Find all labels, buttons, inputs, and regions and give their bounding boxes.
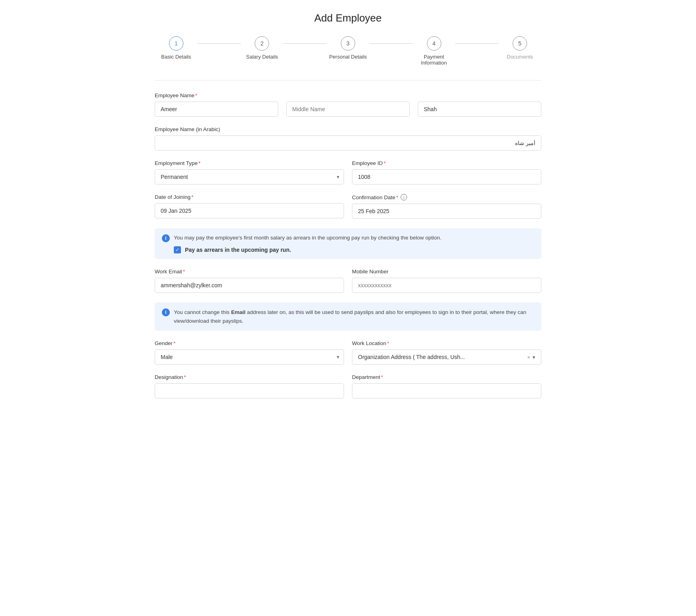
form-section: Employee Name* Employee Name (in Arabic)… (155, 92, 541, 408)
designation-input[interactable] (155, 383, 344, 398)
arrears-checkbox-row: ✓ Pay as arrears in the upcoming pay run… (162, 246, 534, 253)
work-email-input[interactable] (155, 278, 344, 293)
employment-type-select-wrapper: Permanent ▾ (155, 169, 344, 184)
work-location-value: Organization Address ( The address, Ush.… (358, 354, 527, 360)
mobile-number-label: Mobile Number (352, 269, 541, 275)
arrears-checkbox[interactable]: ✓ (174, 246, 181, 253)
work-location-chevron-icon: ▾ (533, 354, 535, 360)
step-connector-1 (198, 43, 241, 44)
arrears-checkbox-label: Pay as arrears in the upcoming pay run. (185, 247, 291, 253)
work-location-group: Work Location* Organization Address ( Th… (352, 340, 541, 365)
arrears-info-text: You may pay the employee's first month s… (174, 234, 441, 242)
date-of-joining-label: Date of Joining* (155, 194, 344, 200)
step-label-3: Personal Details (329, 54, 367, 60)
employee-id-input[interactable] (352, 169, 541, 184)
employment-type-label: Employment Type* (155, 160, 344, 166)
confirmation-date-label: Confirmation Date* i (352, 194, 541, 200)
work-email-label: Work Email* (155, 269, 344, 275)
gender-label: Gender* (155, 340, 344, 346)
step-connector-4 (455, 43, 498, 44)
mobile-number-input[interactable] (352, 278, 541, 293)
employee-id-group: Employee ID* (352, 160, 541, 184)
department-input[interactable] (352, 383, 541, 398)
step-label-5: Documents (507, 54, 533, 60)
step-circle-2: 2 (255, 36, 269, 51)
first-name-input[interactable] (155, 102, 278, 117)
page-title: Add Employee (155, 12, 541, 24)
step-connector-2 (283, 43, 326, 44)
email-mobile-row: Work Email* Mobile Number (155, 269, 541, 302)
required-star: * (195, 92, 197, 98)
employee-name-label: Employee Name* (155, 92, 541, 98)
mobile-number-group: Mobile Number (352, 269, 541, 293)
department-label: Department* (352, 374, 541, 380)
step-label-1: Basic Details (161, 54, 191, 60)
confirmation-date-info-icon[interactable]: i (401, 194, 407, 200)
section-divider (155, 80, 541, 80)
employment-type-select[interactable]: Permanent (155, 169, 344, 184)
step-circle-5: 5 (513, 36, 527, 51)
employee-name-row (155, 102, 541, 117)
arrears-info-row: i You may pay the employee's first month… (162, 234, 534, 242)
stepper: 1 Basic Details 2 Salary Details 3 Perso… (155, 36, 541, 66)
department-group: Department* (352, 374, 541, 398)
work-location-label: Work Location* (352, 340, 541, 346)
step-2[interactable]: 2 Salary Details (241, 36, 284, 60)
gender-select-wrapper: Male Female Other ▾ (155, 349, 344, 365)
confirmation-date-input[interactable] (352, 204, 541, 219)
email-info-text: You cannot change this Email address lat… (174, 308, 534, 325)
arrears-info-circle-icon: i (162, 234, 170, 242)
arabic-name-input[interactable] (155, 135, 541, 151)
dates-row: Date of Joining* Confirmation Date* i (155, 194, 541, 228)
gender-location-row: Gender* Male Female Other ▾ Work Locatio… (155, 340, 541, 374)
last-name-input[interactable] (418, 102, 541, 117)
step-5[interactable]: 5 Documents (498, 36, 541, 60)
step-3[interactable]: 3 Personal Details (326, 36, 370, 60)
step-circle-3: 3 (341, 36, 355, 51)
date-of-joining-input[interactable] (155, 203, 344, 218)
employment-type-group: Employment Type* Permanent ▾ (155, 160, 344, 184)
arrears-info-box: i You may pay the employee's first month… (155, 228, 541, 259)
step-label-2: Salary Details (246, 54, 278, 60)
work-location-clear-icon[interactable]: × (527, 354, 530, 360)
designation-department-row: Designation* Department* (155, 374, 541, 408)
employment-id-row: Employment Type* Permanent ▾ Employee ID… (155, 160, 541, 194)
step-label-4: Payment Information (413, 54, 456, 66)
designation-label: Designation* (155, 374, 344, 380)
step-4[interactable]: 4 Payment Information (413, 36, 456, 66)
gender-select[interactable]: Male Female Other (155, 349, 344, 365)
gender-group: Gender* Male Female Other ▾ (155, 340, 344, 365)
designation-group: Designation* (155, 374, 344, 398)
middle-name-input[interactable] (286, 102, 410, 117)
confirmation-date-group: Confirmation Date* i (352, 194, 541, 219)
employee-name-group: Employee Name* (155, 92, 541, 117)
work-location-icons: × ▾ (527, 354, 535, 360)
step-connector-3 (370, 43, 413, 44)
arabic-name-label: Employee Name (in Arabic) (155, 126, 541, 132)
work-email-group: Work Email* (155, 269, 344, 293)
work-location-select-wrapper[interactable]: Organization Address ( The address, Ush.… (352, 349, 541, 365)
step-1[interactable]: 1 Basic Details (155, 36, 198, 60)
date-of-joining-group: Date of Joining* (155, 194, 344, 219)
employee-id-label: Employee ID* (352, 160, 541, 166)
email-info-circle-icon: i (162, 308, 170, 316)
step-circle-1: 1 (169, 36, 183, 51)
step-circle-4: 4 (427, 36, 441, 51)
arabic-name-group: Employee Name (in Arabic) (155, 126, 541, 151)
email-info-box: i You cannot change this Email address l… (155, 302, 541, 331)
